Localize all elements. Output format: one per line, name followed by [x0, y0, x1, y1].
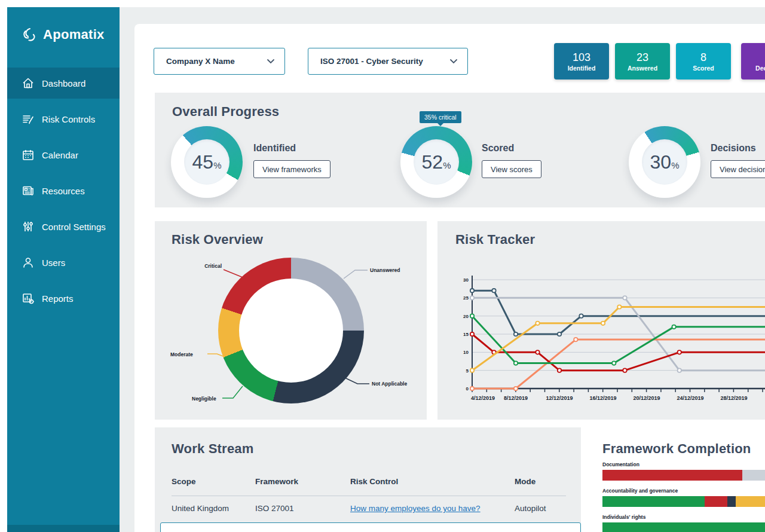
- view-decisions-button[interactable]: View decisions: [711, 160, 765, 178]
- identified-progress-donut: 45%: [171, 126, 243, 198]
- sidebar-item-dashboard[interactable]: Dashboard: [7, 68, 120, 99]
- sidebar-item-resources[interactable]: Resources: [7, 175, 120, 206]
- bar-label-documentation: Documentation: [602, 461, 639, 467]
- risk-tracker-line-chart: 0510152025304/12/20198/12/201912/12/2019…: [437, 272, 765, 420]
- stat-label: Identified: [568, 65, 596, 72]
- svg-text:0: 0: [466, 386, 469, 392]
- sidebar-item-control-settings[interactable]: Control Settings: [7, 211, 120, 242]
- svg-text:30: 30: [463, 277, 469, 283]
- framework-select[interactable]: ISO 27001 - Cyber Security: [308, 48, 468, 75]
- work-stream-title: Work Stream: [172, 441, 254, 457]
- brand-logo[interactable]: Apomatix: [22, 26, 105, 43]
- svg-text:5: 5: [466, 368, 469, 374]
- work-stream-highlight-box[interactable]: [160, 522, 581, 532]
- documentation-bar: [602, 470, 765, 481]
- stat-card-identified[interactable]: 103 Identified: [554, 43, 609, 80]
- sidebar-nav: Dashboard Risk Controls Calendar Resourc…: [7, 68, 120, 319]
- users-icon: [22, 256, 35, 269]
- sidebar-item-label: Calendar: [42, 150, 78, 160]
- chevron-down-icon: [267, 59, 275, 64]
- bar-label-individuals-rights: Individuals' rights: [602, 514, 645, 520]
- decisions-label: Decisions: [711, 143, 756, 154]
- bar-label-accountability: Accountability and governance: [602, 488, 678, 494]
- stat-value: 8: [700, 51, 706, 63]
- individuals-rights-bar: [602, 522, 765, 532]
- home-icon: [22, 77, 35, 90]
- slice-label-critical: Critical: [200, 263, 222, 269]
- sidebar-item-label: Users: [42, 258, 65, 268]
- scored-label: Scored: [482, 143, 514, 154]
- sidebar-item-label: Risk Controls: [42, 114, 95, 124]
- framework-select-value: ISO 27001 - Cyber Security: [320, 57, 423, 66]
- decisions-progress-donut: 30%: [629, 126, 700, 198]
- reports-icon: [22, 292, 35, 305]
- cell-framework: ISO 27001: [255, 504, 294, 513]
- brand-name: Apomatix: [43, 27, 105, 42]
- slice-label-not-applicable: Not Applicable: [372, 381, 407, 387]
- calendar-icon: [22, 148, 35, 161]
- svg-text:10: 10: [463, 350, 469, 355]
- svg-text:4/12/2019: 4/12/2019: [471, 395, 495, 401]
- sidebar-item-users[interactable]: Users: [7, 247, 120, 278]
- stat-label: Answered: [628, 65, 657, 72]
- svg-text:20: 20: [463, 314, 469, 319]
- sidebar-item-label: Reports: [42, 293, 74, 304]
- svg-text:25: 25: [463, 295, 469, 301]
- chevron-down-icon: [449, 59, 458, 64]
- sidebar-item-risk-controls[interactable]: Risk Controls: [7, 103, 120, 134]
- scored-progress-donut: 52%: [400, 126, 472, 198]
- framework-completion-title: Framework Completion: [602, 441, 751, 457]
- column-risk-control: Risk Control: [350, 477, 398, 486]
- column-scope: Scope: [172, 477, 196, 486]
- column-framework: Framework: [255, 477, 298, 486]
- control-settings-icon: [22, 220, 35, 233]
- svg-text:16/12/2019: 16/12/2019: [589, 395, 616, 401]
- sidebar-item-label: Dashboard: [42, 78, 85, 88]
- overall-progress-title: Overall Progress: [172, 104, 279, 120]
- risk-overview-leader-lines: [155, 221, 427, 420]
- resources-icon: [22, 184, 35, 197]
- stat-value: 103: [573, 51, 590, 63]
- stat-card-answered[interactable]: 23 Answered: [615, 43, 670, 80]
- stat-label: Decision: [755, 65, 765, 72]
- stat-label: Scored: [693, 65, 714, 72]
- sidebar-item-label: Resources: [42, 186, 85, 196]
- risk-controls-icon: [22, 112, 35, 126]
- view-scores-button[interactable]: View scores: [482, 160, 541, 178]
- slice-label-negligible: Negligible: [192, 396, 216, 402]
- sidebar-item-label: Control Settings: [42, 222, 106, 232]
- svg-text:12/12/2019: 12/12/2019: [546, 395, 573, 401]
- dashboard-page: Apomatix Dashboard Risk Controls Calenda…: [0, 0, 765, 532]
- critical-tooltip: 35% critical: [420, 111, 461, 123]
- svg-text:20/12/2019: 20/12/2019: [633, 395, 660, 401]
- identified-percent: 45: [192, 151, 214, 173]
- identified-label: Identified: [253, 143, 296, 154]
- view-frameworks-button[interactable]: View frameworks: [253, 160, 331, 178]
- sidebar-item-reports[interactable]: Reports: [7, 283, 120, 314]
- cell-mode: Autopilot: [515, 504, 546, 513]
- apomatix-swirl-icon: [22, 26, 38, 43]
- table-header-divider: [172, 496, 566, 496]
- accountability-bar: [602, 496, 765, 507]
- stat-card-decision[interactable]: 1 Decision: [741, 43, 765, 80]
- stat-value: 23: [637, 51, 648, 63]
- svg-text:15: 15: [463, 332, 469, 337]
- column-mode: Mode: [515, 477, 536, 486]
- risk-tracker-panel: Risk Tracker 0510152025304/12/20198/12/2…: [437, 221, 765, 420]
- stat-card-scored[interactable]: 8 Scored: [676, 43, 731, 80]
- sidebar-item-calendar[interactable]: Calendar: [7, 139, 120, 170]
- cell-scope: United Kingdom: [172, 504, 229, 513]
- slice-label-unanswered: Unanswered: [370, 267, 400, 273]
- svg-text:24/12/2019: 24/12/2019: [677, 395, 703, 401]
- company-select[interactable]: Company X Name: [154, 48, 285, 75]
- slice-label-moderate: Moderate: [170, 351, 193, 357]
- company-select-value: Company X Name: [166, 57, 235, 66]
- decisions-percent: 30: [650, 151, 672, 173]
- svg-text:28/12/2019: 28/12/2019: [720, 395, 747, 401]
- risk-tracker-title: Risk Tracker: [455, 232, 535, 247]
- risk-control-link[interactable]: How many employees do you have?: [350, 504, 481, 513]
- risk-overview-panel: Risk Overview Critical Unanswered Modera…: [155, 221, 427, 420]
- sidebar-footer: [7, 525, 120, 532]
- svg-text:8/12/2019: 8/12/2019: [504, 395, 528, 401]
- scored-percent: 52: [422, 151, 443, 173]
